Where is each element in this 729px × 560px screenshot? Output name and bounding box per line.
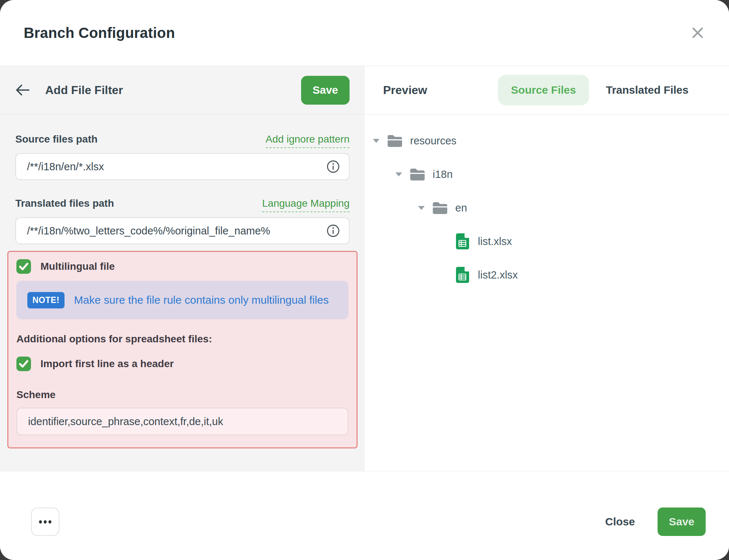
note-text: Make sure the file rule contains only mu… bbox=[74, 294, 329, 306]
more-options-button[interactable] bbox=[31, 508, 59, 536]
filter-header: Add File Filter Save bbox=[0, 66, 365, 114]
close-button[interactable]: Close bbox=[605, 516, 635, 528]
preview-panel: Preview Source FilesTranslated Files res… bbox=[365, 66, 729, 471]
dialog-title: Branch Configuration bbox=[24, 25, 175, 41]
dialog-content: Add File Filter Save Source files path A… bbox=[0, 66, 729, 471]
filter-title: Add File Filter bbox=[45, 83, 123, 97]
back-arrow-icon[interactable] bbox=[15, 83, 30, 97]
filter-form: Source files path Add ignore pattern /**… bbox=[0, 114, 365, 448]
spreadsheet-file-icon bbox=[455, 233, 471, 249]
preview-tabs: Source FilesTranslated Files bbox=[498, 75, 702, 105]
note-badge: NOTE! bbox=[27, 292, 65, 308]
translated-files-path-label: Translated files path bbox=[15, 197, 114, 210]
file-tree: resourcesi18nenlist.xlsxlist2.xlsx bbox=[365, 114, 729, 292]
tree-label: list.xlsx bbox=[478, 236, 512, 248]
dialog-footer: Close Save bbox=[0, 471, 729, 560]
scheme-input[interactable]: identifier,source_phrase,context,fr,de,i… bbox=[16, 408, 348, 435]
dialog-save-button[interactable]: Save bbox=[658, 508, 706, 536]
multilingual-checkbox-label: Multilingual file bbox=[40, 261, 115, 272]
tree-label: i18n bbox=[433, 168, 453, 180]
filter-save-button[interactable]: Save bbox=[301, 76, 350, 105]
tree-label: en bbox=[455, 202, 467, 214]
caret-down-icon bbox=[440, 240, 448, 244]
branch-configuration-dialog: Branch Configuration Add File Filter Sav… bbox=[0, 0, 729, 560]
source-files-path-value: /**/i18n/en/*.xlsx bbox=[27, 161, 104, 173]
folder-icon bbox=[432, 201, 448, 215]
tree-label: list2.xlsx bbox=[478, 269, 518, 281]
language-mapping-link[interactable]: Language Mapping bbox=[262, 197, 350, 212]
source-files-path-input[interactable]: /**/i18n/en/*.xlsx bbox=[15, 153, 350, 180]
folder-icon bbox=[409, 168, 425, 181]
translated-path-row: Translated files path Language Mapping bbox=[15, 197, 350, 212]
scheme-value: identifier,source_phrase,context,fr,de,i… bbox=[28, 416, 223, 428]
info-icon[interactable] bbox=[326, 160, 340, 174]
scheme-label: Scheme bbox=[16, 389, 348, 401]
source-path-row: Source files path Add ignore pattern bbox=[15, 133, 350, 148]
preview-title: Preview bbox=[383, 83, 427, 97]
dialog-title-bar: Branch Configuration bbox=[0, 0, 729, 66]
folder-icon bbox=[387, 134, 403, 148]
multilingual-checkbox[interactable]: Multilingual file bbox=[16, 252, 348, 274]
checkbox-checked-icon bbox=[16, 357, 31, 371]
tree-row-en[interactable]: en bbox=[372, 191, 729, 225]
caret-down-icon[interactable] bbox=[417, 206, 425, 210]
file-filter-panel: Add File Filter Save Source files path A… bbox=[0, 66, 365, 471]
translated-files-path-input[interactable]: /**/i18n/%two_letters_code%/%original_fi… bbox=[15, 217, 350, 244]
source-files-path-label: Source files path bbox=[15, 133, 98, 145]
ellipsis-icon bbox=[39, 520, 42, 524]
add-ignore-pattern-link[interactable]: Add ignore pattern bbox=[266, 133, 350, 148]
spreadsheet-options-heading: Additional options for spreadsheet files… bbox=[16, 333, 348, 345]
tree-row-i18n[interactable]: i18n bbox=[372, 158, 729, 191]
caret-down-icon[interactable] bbox=[372, 139, 380, 143]
tab-translated-files[interactable]: Translated Files bbox=[593, 75, 702, 105]
caret-down-icon bbox=[440, 273, 448, 277]
tab-source-files[interactable]: Source Files bbox=[498, 75, 589, 105]
checkbox-checked-icon bbox=[16, 259, 31, 274]
tree-row-resources[interactable]: resources bbox=[372, 124, 729, 158]
import-first-line-checkbox[interactable]: Import first line as a header bbox=[16, 357, 348, 371]
import-first-line-label: Import first line as a header bbox=[40, 358, 174, 370]
tree-label: resources bbox=[410, 135, 456, 147]
tree-row-list-xlsx[interactable]: list.xlsx bbox=[372, 225, 729, 258]
spreadsheet-file-icon bbox=[455, 267, 471, 283]
info-icon[interactable] bbox=[326, 224, 340, 238]
tree-row-list2-xlsx[interactable]: list2.xlsx bbox=[372, 258, 729, 292]
footer-actions: Close Save bbox=[605, 508, 706, 536]
preview-header: Preview Source FilesTranslated Files bbox=[365, 66, 729, 114]
multilingual-section: Multilingual file NOTE! Make sure the fi… bbox=[7, 251, 358, 448]
translated-files-path-value: /**/i18n/%two_letters_code%/%original_fi… bbox=[27, 225, 270, 237]
caret-down-icon[interactable] bbox=[395, 172, 403, 176]
note-banner: NOTE! Make sure the file rule contains o… bbox=[16, 281, 348, 319]
close-icon[interactable] bbox=[687, 23, 708, 43]
